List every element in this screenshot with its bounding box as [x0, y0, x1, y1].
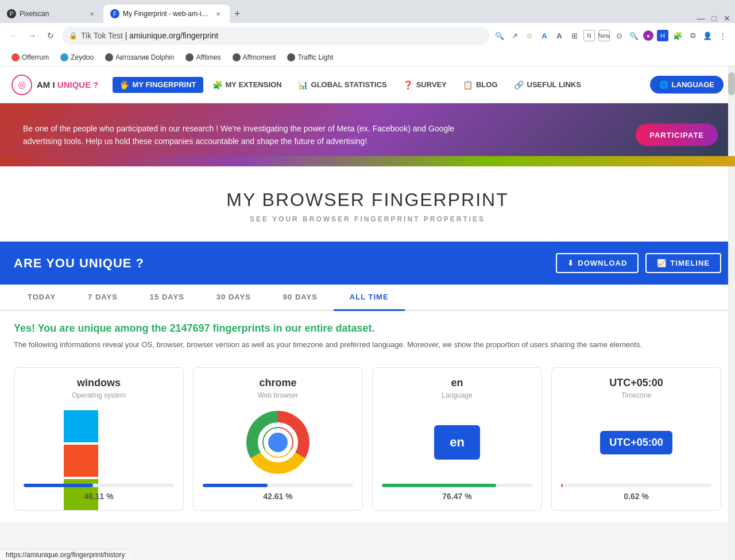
timeline-icon: 📈 — [657, 259, 667, 267]
chrome-progress-fill — [203, 484, 268, 487]
share-icon[interactable]: ↗ — [509, 30, 520, 41]
bookmark-offerrum[interactable]: Offerrum — [7, 52, 53, 63]
tab-30days[interactable]: 30 DAYS — [200, 285, 267, 311]
time-tabs: TODAY 7 DAYS 15 DAYS 30 DAYS 90 DAYS ALL… — [0, 285, 735, 311]
banner-area: Be one of the people who participated in… — [0, 103, 735, 166]
win-pane-red — [64, 445, 98, 477]
timeline-button[interactable]: 📈 TIMELINE — [645, 253, 721, 273]
question-icon: ❓ — [403, 80, 413, 90]
chrome-logo — [246, 411, 310, 474]
nav-useful-links[interactable]: 🔗 USEFUL LINKS — [507, 77, 588, 93]
card-chrome-visual — [203, 406, 353, 479]
tab-label-fingerprint: My Fingerprint - web-am-i-uniq... — [123, 10, 210, 18]
tab-15days[interactable]: 15 DAYS — [134, 285, 200, 311]
tab-90days[interactable]: 90 DAYS — [267, 285, 334, 311]
ext-purple-icon[interactable]: ● — [643, 30, 653, 41]
blog-icon: 📋 — [463, 80, 473, 90]
ext-menu-icon[interactable]: ⋮ — [717, 30, 728, 41]
windows-logo — [61, 408, 136, 477]
timezone-percent: 0.62 % — [624, 492, 649, 501]
ext-circle-icon[interactable]: ⊙ — [613, 30, 625, 41]
page-content: ◎ AM I UNIQUE ? 🖐 MY FINGERPRINT 🧩 MY EX… — [0, 67, 735, 522]
forward-button[interactable]: → — [25, 29, 39, 42]
maximize-icon[interactable]: □ — [712, 14, 717, 23]
ext-puzzle-icon[interactable]: 🧩 — [672, 30, 683, 41]
bm-favicon-afftimes — [185, 53, 194, 61]
timezone-progress-fill — [561, 484, 563, 487]
bookmark-zeydoo[interactable]: Zeydoo — [56, 52, 98, 63]
ext-grid-icon[interactable]: ⊞ — [568, 30, 580, 41]
bookmark-afftimes[interactable]: Afftimes — [181, 52, 225, 63]
tab-close-pixelscan[interactable]: ✕ — [87, 9, 96, 18]
participate-button[interactable]: PARTICIPATE — [636, 124, 718, 146]
unique-actions: ⬇ DOWNLOAD 📈 TIMELINE — [556, 253, 721, 273]
site-header: ◎ AM I UNIQUE ? 🖐 MY FINGERPRINT 🧩 MY EX… — [0, 67, 735, 103]
nav-survey[interactable]: ❓ SURVEY — [396, 77, 454, 93]
language-badge: en — [434, 425, 480, 460]
nav-my-fingerprint[interactable]: 🖐 MY FINGERPRINT — [113, 77, 203, 93]
bm-favicon-trafficlight — [287, 53, 295, 61]
banner-text: Be one of the people who participated in… — [23, 122, 459, 148]
tab-alltime[interactable]: ALL TIME — [334, 285, 405, 311]
address-bar: ← → ↻ 🔒 Tik Tok Test | amiunique.org/fin… — [0, 23, 735, 48]
nav-my-extension[interactable]: 🧩 MY EXTENSION — [206, 77, 289, 93]
card-chrome-subtitle: Web browser — [258, 391, 298, 399]
cards-row: windows Operating system 46.11 % chrome … — [0, 356, 735, 522]
card-language-visual: en — [382, 406, 532, 479]
bookmark-avtozaliv[interactable]: Автозалив Dolphin — [100, 52, 179, 63]
scrollbar-thumb[interactable] — [728, 72, 735, 95]
minimize-icon[interactable]: — — [697, 14, 705, 23]
card-windows-subtitle: Operating system — [72, 391, 126, 399]
nav-global-statistics[interactable]: 📊 GLOBAL STATISTICS — [291, 77, 394, 93]
ext-a2-icon[interactable]: A — [554, 30, 565, 41]
ext-new-icon[interactable]: New — [598, 30, 610, 41]
chart-icon: 📊 — [298, 80, 308, 90]
card-timezone-visual: UTC+05:00 — [561, 406, 711, 479]
ext-window-icon[interactable]: ⧉ — [687, 30, 698, 41]
ext-a1-icon[interactable]: A — [539, 30, 550, 41]
main-section: MY BROWSER FINGERPRINT SEE YOUR BROWSER … — [0, 166, 735, 223]
window-controls: — □ ✕ — [697, 14, 735, 23]
ext-n-icon[interactable]: N — [583, 30, 595, 41]
language-button[interactable]: 🌐 LANGUAGE — [650, 76, 724, 94]
tab-close-fingerprint[interactable]: ✕ — [214, 9, 223, 18]
tab-bar: P Pixelscan ✕ F My Fingerprint - web-am-… — [0, 0, 735, 23]
unique-desc-text: The following informations reveal your O… — [14, 339, 721, 351]
bookmark-icon[interactable]: ☆ — [524, 30, 535, 41]
bookmark-affmoment[interactable]: Affmoment — [228, 52, 281, 63]
chrome-progress-wrap — [203, 484, 353, 487]
language-percent: 76.47 % — [442, 492, 471, 501]
ext-h-icon[interactable]: H — [657, 30, 668, 41]
windows-percent: 46.11 % — [84, 492, 113, 501]
windows-progress-fill — [24, 484, 93, 487]
logo-area: ◎ AM I UNIQUE ? — [11, 75, 99, 95]
download-button[interactable]: ⬇ DOWNLOAD — [556, 253, 639, 273]
ext-zoom-icon[interactable]: 🔍 — [628, 30, 640, 41]
nav-blog[interactable]: 📋 BLOG — [456, 77, 505, 93]
lock-icon: 🔒 — [69, 32, 78, 40]
bookmark-trafficlight[interactable]: Traffic Light — [283, 52, 338, 63]
card-timezone: UTC+05:00 Timezone UTC+05:00 0.62 % — [551, 367, 721, 511]
scrollbar[interactable] — [728, 67, 735, 522]
close-icon[interactable]: ✕ — [724, 14, 730, 23]
back-button[interactable]: ← — [7, 29, 21, 42]
tab-fingerprint[interactable]: F My Fingerprint - web-am-i-uniq... ✕ — [103, 5, 230, 23]
chrome-percent: 42.61 % — [263, 492, 292, 501]
language-progress-wrap — [382, 484, 532, 487]
bookmarks-bar: Offerrum Zeydoo Автозалив Dolphin Afftim… — [0, 48, 735, 67]
logo-icon: ◎ — [11, 75, 32, 95]
tab-today[interactable]: TODAY — [11, 285, 72, 311]
nav-menu: 🖐 MY FINGERPRINT 🧩 MY EXTENSION 📊 GLOBAL… — [113, 77, 636, 93]
language-progress-fill — [382, 484, 496, 487]
tab-pixelscan[interactable]: P Pixelscan ✕ — [0, 5, 103, 23]
tab-7days[interactable]: 7 DAYS — [72, 285, 134, 311]
reload-button[interactable]: ↻ — [44, 29, 57, 42]
url-bar[interactable]: 🔒 Tik Tok Test | amiunique.org/fingerpri… — [62, 26, 489, 45]
logo-text: AM I UNIQUE ? — [37, 80, 99, 90]
ext-profile-icon[interactable]: 👤 — [702, 30, 713, 41]
search-icon[interactable]: 🔍 — [494, 30, 505, 41]
card-language-title: en — [451, 377, 463, 389]
bm-favicon-avtozaliv — [105, 53, 113, 61]
new-tab-button[interactable]: + — [230, 5, 245, 23]
are-you-unique-title: ARE YOU UNIQUE ? — [14, 256, 144, 271]
